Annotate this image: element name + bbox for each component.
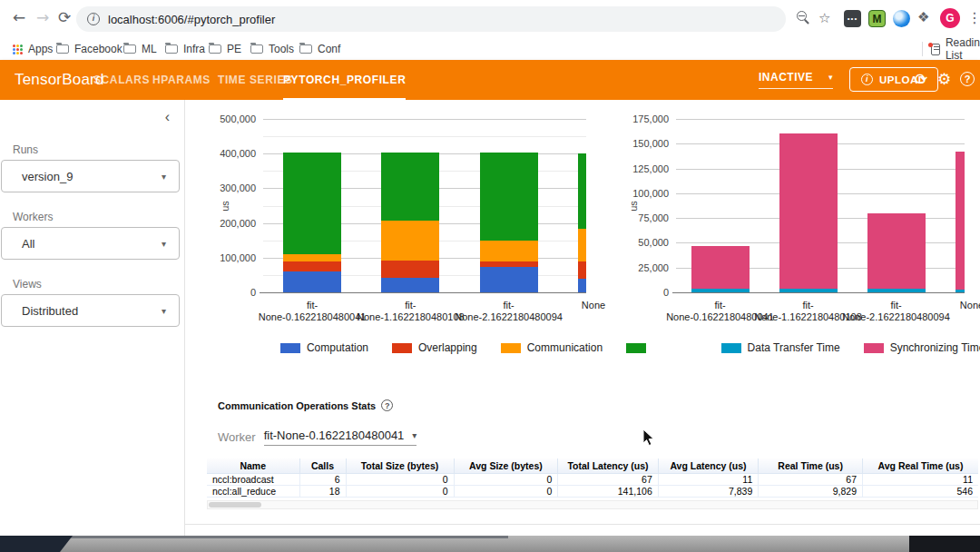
reading-list-icon — [931, 44, 940, 55]
bar-segment[interactable] — [578, 279, 586, 292]
y-tick-label: 0 — [218, 287, 256, 298]
column-header[interactable]: Real Time (us) — [759, 458, 863, 473]
bar-segment[interactable] — [480, 261, 538, 267]
legend-label: Overlapping — [418, 341, 477, 354]
y-tick-label: 100,000 — [218, 252, 256, 263]
bookmark-folder-facebook[interactable]: Facebook — [56, 41, 122, 57]
bar-segment[interactable] — [283, 254, 341, 261]
extension-more-icon[interactable]: ••• — [844, 10, 861, 27]
address-bar[interactable]: i localhost:6006/#pytorch_profiler — [76, 6, 786, 32]
y-tick-label: 25,000 — [626, 262, 669, 273]
profile-avatar[interactable]: G — [940, 8, 960, 28]
bookmark-folder-infra[interactable]: Infra — [165, 41, 205, 57]
bar-segment[interactable] — [480, 241, 538, 261]
reading-list-label: Reading List — [946, 36, 980, 62]
comm-ops-stats-label: Communication Operations Stats — [218, 400, 376, 411]
column-header[interactable]: Name — [207, 458, 299, 473]
synchronizing-time-chart: us025,00050,00075,000100,000125,000150,0… — [626, 119, 980, 338]
collapse-sidebar-icon[interactable]: ‹ — [165, 109, 170, 125]
bookmark-folder-ml[interactable]: ML — [123, 41, 157, 57]
browser-menu-icon[interactable]: ⋮ — [967, 9, 980, 26]
bar-segment[interactable] — [381, 153, 439, 221]
extension-m-icon[interactable]: M — [868, 10, 886, 27]
legend-label: Synchronizing Time — [890, 341, 980, 354]
settings-gear-icon[interactable]: ⚙ — [937, 70, 951, 88]
column-header[interactable]: Avg Real Time (us) — [863, 458, 979, 473]
refresh-icon[interactable]: ⟳ — [915, 70, 927, 88]
scrollbar-thumb[interactable] — [209, 502, 261, 508]
table-cell: 18 — [299, 485, 346, 497]
puzzle-extensions-icon[interactable]: ❖ — [917, 9, 929, 25]
legend-swatch — [626, 343, 646, 353]
legend-item: Computation — [280, 341, 368, 354]
sidebar-select-views[interactable]: Distributed▾ — [1, 294, 180, 327]
sidebar-select-runs[interactable]: version_9▾ — [1, 160, 180, 192]
info-icon: i — [861, 74, 873, 85]
bar-segment[interactable] — [867, 213, 926, 289]
help-circle-icon[interactable]: ? — [381, 399, 393, 411]
bookmark-label: Facebook — [74, 43, 122, 55]
plot-area — [676, 119, 965, 292]
tab-hparams[interactable]: HPARAMS — [152, 60, 211, 100]
horizontal-scrollbar[interactable] — [207, 500, 978, 509]
tab-scalars[interactable]: SCALARS — [93, 60, 150, 100]
bookmark-folder-conf[interactable]: Conf — [299, 41, 340, 57]
worker-value: fit-None-0.1622180480041 — [264, 429, 405, 442]
bar-segment[interactable] — [381, 221, 439, 261]
bar-segment[interactable] — [578, 153, 586, 229]
extension-globe-icon[interactable] — [893, 10, 910, 27]
y-tick-label: 50,000 — [626, 237, 669, 248]
folder-icon — [250, 44, 263, 54]
bookmark-label: ML — [142, 43, 157, 55]
tensorboard-header: TensorBoard SCALARSHPARAMSTIME SERIESPYT… — [0, 60, 980, 100]
bar-segment[interactable] — [578, 261, 586, 279]
bookmark-apps[interactable]: Apps — [13, 41, 53, 57]
bar-segment[interactable] — [480, 153, 538, 241]
bar-segment[interactable] — [956, 152, 965, 290]
tab-pytorch-profiler[interactable]: PYTORCH_PROFILER — [283, 60, 406, 100]
help-icon[interactable]: ? — [960, 72, 975, 86]
worker-dropdown[interactable]: fit-None-0.1622180480041 ▾ — [264, 429, 417, 446]
legend-item: Synchronizing Time — [864, 341, 980, 354]
site-info-icon[interactable]: i — [87, 13, 100, 25]
zoom-icon[interactable] — [797, 11, 807, 21]
bar-segment[interactable] — [283, 261, 341, 271]
column-header[interactable]: Total Size (bytes) — [346, 458, 454, 473]
bar-segment[interactable] — [283, 271, 341, 292]
bookmark-star-icon[interactable]: ☆ — [818, 10, 830, 26]
folder-icon — [209, 44, 221, 54]
bar-segment[interactable] — [691, 246, 750, 289]
table-cell: 546 — [863, 485, 979, 497]
content-divider — [185, 524, 980, 525]
bookmark-folder-tools[interactable]: Tools — [250, 41, 294, 57]
bar-segment[interactable] — [578, 229, 586, 261]
back-icon[interactable]: ← — [13, 8, 25, 26]
forward-icon[interactable]: → — [36, 8, 49, 26]
bar-segment[interactable] — [480, 267, 538, 292]
status-dropdown[interactable]: INACTIVE ▾ — [759, 71, 833, 89]
url-text[interactable]: localhost:6006/#pytorch_profiler — [108, 13, 275, 26]
x-tick-label: None — [872, 300, 980, 311]
bookmark-folder-pe[interactable]: PE — [209, 41, 241, 57]
tab-time-series[interactable]: TIME SERIES — [218, 60, 293, 100]
legend-item — [626, 341, 652, 354]
column-header[interactable]: Total Latency (us) — [558, 458, 659, 473]
column-header[interactable]: Calls — [299, 458, 346, 473]
bar-segment[interactable] — [381, 278, 439, 292]
y-tick-label: 175,000 — [626, 113, 669, 124]
column-header[interactable]: Avg Latency (us) — [658, 458, 759, 473]
dark-window-fragment-right — [909, 536, 980, 552]
table-cell: 141,106 — [558, 485, 659, 497]
bar-segment[interactable] — [381, 261, 439, 278]
bookmark-label: PE — [227, 43, 241, 55]
folder-icon — [299, 44, 312, 54]
bar-segment[interactable] — [283, 153, 341, 254]
sidebar-select-workers[interactable]: All▾ — [1, 227, 180, 260]
column-header[interactable]: Avg Size (bytes) — [454, 458, 558, 473]
apps-grid-icon — [13, 44, 23, 54]
bar-segment[interactable] — [779, 133, 838, 289]
bookmark-label: Tools — [269, 43, 294, 55]
folder-icon — [56, 44, 69, 54]
reload-icon[interactable]: ⟳ — [58, 8, 71, 26]
reading-list-button[interactable]: Reading List — [931, 41, 980, 57]
